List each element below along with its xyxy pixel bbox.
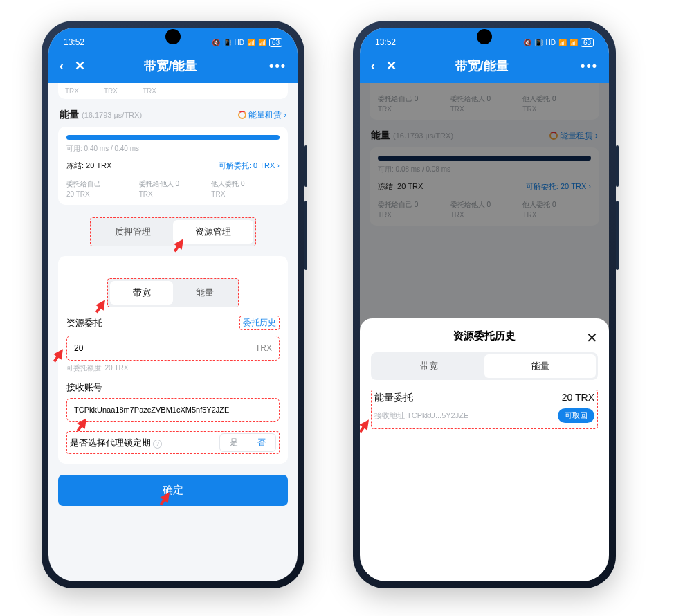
more-icon[interactable]: ••• bbox=[269, 59, 286, 73]
mute-icon: 🔇 bbox=[523, 39, 531, 46]
lock-question: 是否选择代理锁定期? bbox=[70, 437, 162, 449]
hd-icon: HD bbox=[545, 39, 555, 46]
chevron-right-icon: › bbox=[284, 110, 286, 120]
sheet-tab-energy[interactable]: 能量 bbox=[484, 354, 596, 378]
history-sheet: 资源委托历史 ✕ 带宽 能量 能量委托 20 TRX bbox=[360, 318, 609, 581]
freeze-value: 冻结: 20 TRX bbox=[66, 161, 171, 171]
tab-pledge[interactable]: 质押管理 bbox=[93, 220, 173, 244]
clock: 13:52 bbox=[64, 37, 84, 47]
resource-form: 带宽 能量 资源委托 委托历史 20 TRX bbox=[58, 256, 288, 464]
camera-notch bbox=[477, 29, 492, 44]
camera-notch bbox=[165, 29, 181, 44]
main-tabs: 质押管理 资源管理 bbox=[90, 217, 256, 246]
help-icon[interactable]: ? bbox=[153, 440, 162, 449]
battery-icon: 63 bbox=[581, 38, 594, 47]
energy-card: 可用: 0.40 ms / 0.40 ms 冻结: 20 TRX 可解委托: 0… bbox=[58, 127, 288, 205]
lock-yes[interactable]: 是 bbox=[220, 434, 248, 451]
back-icon[interactable]: ‹ bbox=[371, 59, 375, 73]
history-amount: 20 TRX bbox=[562, 392, 594, 404]
close-icon[interactable]: ✕ bbox=[386, 58, 397, 73]
history-row: 能量委托 20 TRX 接收地址:TCPkkU...5Y2JZE 可取回 bbox=[371, 390, 598, 429]
page-title: 带宽/能量 bbox=[96, 57, 244, 74]
mute-icon: 🔇 bbox=[212, 39, 220, 46]
signal-icon: 📶 bbox=[247, 39, 255, 46]
energy-label: 能量 bbox=[60, 109, 79, 121]
signal2-icon: 📶 bbox=[570, 39, 578, 46]
app-header: ‹ ✕ 带宽/能量 ••• bbox=[48, 48, 298, 83]
signal-icon: 📶 bbox=[558, 39, 567, 46]
more-icon[interactable]: ••• bbox=[581, 59, 598, 73]
quota-hint: 可委托额度: 20 TRX bbox=[66, 363, 280, 373]
vibrate-icon: 📳 bbox=[534, 39, 543, 46]
usable-text: 可用: 0.40 ms / 0.40 ms bbox=[66, 144, 280, 154]
trx-stub-row: TRX TRX TRX bbox=[58, 83, 288, 99]
sheet-tab-bw[interactable]: 带宽 bbox=[373, 354, 484, 378]
phone-right: 13:52 🔇 📳 HD 📶 📶 63 ‹ ✕ 带宽/能量 ••• bbox=[353, 21, 616, 588]
undelegatable-link[interactable]: 可解委托: 0 TRX › bbox=[175, 161, 280, 171]
history-address: 接收地址:TCPkkU...5Y2JZE bbox=[374, 410, 468, 421]
clock: 13:52 bbox=[375, 37, 396, 47]
amount-input[interactable]: 20 TRX bbox=[66, 336, 280, 361]
history-name: 能量委托 bbox=[374, 392, 413, 404]
bw-energy-tabs: 带宽 能量 bbox=[107, 278, 239, 307]
recv-label: 接收账号 bbox=[66, 381, 102, 394]
close-icon[interactable]: ✕ bbox=[586, 329, 598, 346]
lock-toggle[interactable]: 是 否 bbox=[219, 433, 276, 452]
history-link[interactable]: 委托历史 bbox=[239, 316, 280, 330]
back-icon[interactable]: ‹ bbox=[60, 59, 64, 73]
reclaim-button[interactable]: 可取回 bbox=[558, 408, 594, 423]
vibrate-icon: 📳 bbox=[223, 39, 231, 46]
page-title: 带宽/能量 bbox=[408, 57, 556, 74]
sheet-title: 资源委托历史 ✕ bbox=[371, 329, 598, 343]
close-icon[interactable]: ✕ bbox=[75, 58, 85, 73]
ring-icon bbox=[238, 111, 246, 119]
energy-progress bbox=[66, 135, 280, 140]
energy-rate: (16.1793 µs/TRX) bbox=[82, 111, 238, 119]
lock-no[interactable]: 否 bbox=[248, 434, 275, 451]
delegate-label: 资源委托 bbox=[66, 317, 102, 329]
confirm-button[interactable]: 确定 bbox=[58, 475, 288, 506]
hd-icon: HD bbox=[234, 39, 244, 46]
sheet-tabs: 带宽 能量 bbox=[371, 352, 598, 380]
recv-address-input[interactable]: TCPkkUnaa18m7PazcZVBM1cXM5nf5Y2JZE bbox=[66, 398, 280, 422]
phone-left: 13:52 🔇 📳 HD 📶 📶 63 ‹ ✕ 带宽/能量 ••• TRX bbox=[42, 21, 304, 588]
signal2-icon: 📶 bbox=[258, 39, 266, 46]
subtab-bandwidth[interactable]: 带宽 bbox=[110, 281, 173, 305]
subtab-energy[interactable]: 能量 bbox=[173, 281, 236, 305]
energy-rent-link[interactable]: 能量租赁 › bbox=[238, 109, 286, 121]
battery-icon: 63 bbox=[269, 38, 282, 47]
app-header: ‹ ✕ 带宽/能量 ••• bbox=[360, 48, 609, 83]
annotation-arrow bbox=[53, 346, 66, 359]
